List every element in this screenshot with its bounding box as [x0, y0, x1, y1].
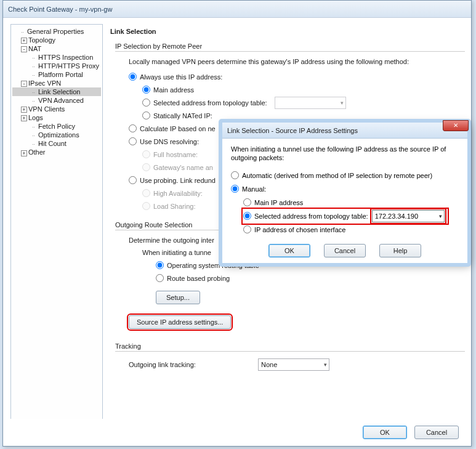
radio-route-based-probing[interactable]	[156, 274, 164, 282]
dialog-intro: When initiating a tunnel use the followi…	[231, 145, 459, 163]
setup-button[interactable]: Setup...	[156, 291, 200, 304]
modal-topology-ip-dropdown[interactable]: 172.23.34.190	[372, 210, 445, 222]
label-use-probing: Use probing. Link redund	[140, 177, 216, 184]
tree-item-vpn-clients[interactable]: +VPN Clients	[12, 105, 101, 113]
ip-selection-group-label: IP Selection by Remote Peer	[115, 42, 465, 50]
modal-ok-button[interactable]: OK	[268, 244, 310, 257]
tree-item-label: Link Selection	[38, 88, 81, 95]
tracking-value: None	[261, 361, 277, 368]
tree-dot-icon: ··	[21, 29, 27, 35]
radio-gateway-name	[142, 163, 150, 171]
radio-main-address[interactable]	[142, 86, 150, 94]
tree-item-label: Other	[28, 148, 46, 156]
close-icon[interactable]: ✕	[443, 120, 469, 131]
tree-item-vpn-advanced[interactable]: ··VPN Advanced	[12, 96, 101, 105]
label-full-hostname: Full hostname:	[153, 151, 198, 158]
modal-help-button[interactable]: Help	[379, 244, 421, 257]
dialog-body: When initiating a tunnel use the followi…	[222, 139, 467, 264]
label-modal-main-ip: Main IP address	[254, 199, 303, 206]
tree-item-logs[interactable]: +Logs	[12, 113, 101, 122]
radio-high-availability	[142, 189, 150, 197]
ok-button[interactable]: OK	[363, 426, 407, 439]
label-load-sharing: Load Sharing:	[153, 203, 196, 210]
modal-cancel-button[interactable]: Cancel	[324, 244, 366, 257]
tree-item-optimizations[interactable]: ··Optimizations	[12, 131, 101, 139]
tree-item-label: IPsec VPN	[28, 79, 61, 87]
tree-item-label: Fetch Policy	[38, 123, 75, 130]
tree-item-fetch-policy[interactable]: ··Fetch Policy	[12, 122, 101, 131]
tree-item-label: VPN Clients	[28, 105, 65, 113]
dialog-titlebar: Link Selection - Source IP Address Setti…	[222, 123, 467, 139]
topology-address-dropdown[interactable]	[275, 97, 346, 109]
tree-item-hit-count[interactable]: ··Hit Count	[12, 139, 101, 148]
tree-expander-icon[interactable]: +	[21, 150, 27, 156]
divider	[115, 351, 465, 352]
tree-item-general-properties[interactable]: ··General Properties	[12, 27, 101, 36]
tree-expander-icon[interactable]: +	[21, 38, 27, 44]
label-gateway-name: Gateway's name an	[153, 164, 213, 171]
tree-item-nat[interactable]: -NAT	[12, 44, 101, 53]
tree-expander-icon[interactable]: +	[21, 107, 27, 113]
tree-dot-icon: ··	[32, 55, 38, 61]
label-high-availability: High Availability:	[153, 190, 203, 197]
nav-tree[interactable]: ··General Properties+Topology-NAT··HTTPS…	[10, 24, 103, 423]
tree-dot-icon: ··	[32, 72, 38, 78]
page-heading: Link Selection	[110, 28, 465, 35]
label-selected-topology: Selected address from topology table:	[153, 99, 267, 107]
radio-os-routing-table[interactable]	[156, 261, 164, 269]
tree-item-label: HTTP/HTTPS Proxy	[38, 62, 99, 70]
radio-calculate-ip[interactable]	[129, 124, 137, 132]
label-calculate-ip: Calculate IP based on ne	[140, 125, 216, 132]
radio-statically-nated[interactable]	[142, 111, 150, 119]
tree-item-other[interactable]: +Other	[12, 148, 101, 156]
radio-automatic[interactable]	[231, 171, 239, 179]
divider	[115, 51, 465, 52]
tree-item-label: HTTPS Inspection	[38, 54, 93, 61]
dialog-footer: OK Cancel	[3, 419, 471, 446]
source-ip-settings-button[interactable]: Source IP address settings...	[129, 315, 231, 329]
tree-item-topology[interactable]: +Topology	[12, 36, 101, 44]
radio-full-hostname	[142, 150, 150, 158]
radio-modal-selected-topology[interactable]	[243, 212, 251, 220]
tree-item-ipsec-vpn[interactable]: -IPsec VPN	[12, 79, 101, 87]
tree-item-https-inspection[interactable]: ··HTTPS Inspection	[12, 53, 101, 62]
tree-dot-icon: ··	[32, 63, 38, 70]
modal-ip-value: 172.23.34.190	[375, 212, 418, 220]
tree-expander-icon[interactable]: -	[21, 81, 27, 87]
label-always-use-ip: Always use this IP address:	[140, 73, 222, 81]
radio-use-dns[interactable]	[129, 137, 137, 145]
tree-item-label: Topology	[28, 36, 55, 44]
tree-dot-icon: ··	[32, 98, 38, 104]
tree-dot-icon: ··	[32, 141, 38, 147]
tree-item-label: Platform Portal	[38, 71, 83, 78]
tree-item-label: Optimizations	[38, 131, 79, 139]
tree-item-http-https-proxy[interactable]: ··HTTP/HTTPS Proxy	[12, 62, 101, 70]
label-route-based-probing: Route based probing	[167, 275, 230, 282]
source-ip-settings-dialog: Link Selection - Source IP Address Setti…	[222, 122, 468, 264]
tree-item-link-selection[interactable]: ··Link Selection	[12, 87, 101, 96]
label-automatic: Automatic (derived from method of IP sel…	[242, 172, 432, 179]
locally-managed-text: Locally managed VPN peers determine this…	[129, 58, 465, 65]
radio-manual[interactable]	[231, 185, 239, 193]
cancel-button[interactable]: Cancel	[414, 426, 459, 439]
label-statically-nated: Statically NATed IP:	[153, 112, 212, 119]
radio-always-use-ip[interactable]	[129, 73, 137, 81]
radio-use-probing[interactable]	[129, 176, 137, 184]
radio-selected-topology[interactable]	[142, 99, 150, 107]
radio-load-sharing	[142, 202, 150, 210]
window-title: Check Point Gateway - my-vpn-gw	[8, 6, 112, 13]
tree-dot-icon: ··	[32, 132, 38, 139]
dialog-title: Link Selection - Source IP Address Setti…	[227, 127, 358, 134]
radio-modal-chosen-iface[interactable]	[243, 225, 251, 233]
label-modal-selected-topology: Selected address from topology table:	[254, 212, 368, 220]
tree-item-label: Hit Count	[38, 140, 67, 147]
radio-modal-main-ip[interactable]	[243, 198, 251, 206]
tree-expander-icon[interactable]: +	[21, 115, 27, 121]
tree-item-label: Logs	[28, 114, 43, 121]
label-use-dns: Use DNS resolving:	[140, 138, 199, 145]
tracking-heading: Tracking	[115, 342, 465, 350]
tracking-dropdown[interactable]: None	[258, 358, 329, 371]
tree-item-platform-portal[interactable]: ··Platform Portal	[12, 70, 101, 79]
label-manual: Manual:	[242, 185, 266, 193]
tree-expander-icon[interactable]: -	[21, 46, 27, 52]
